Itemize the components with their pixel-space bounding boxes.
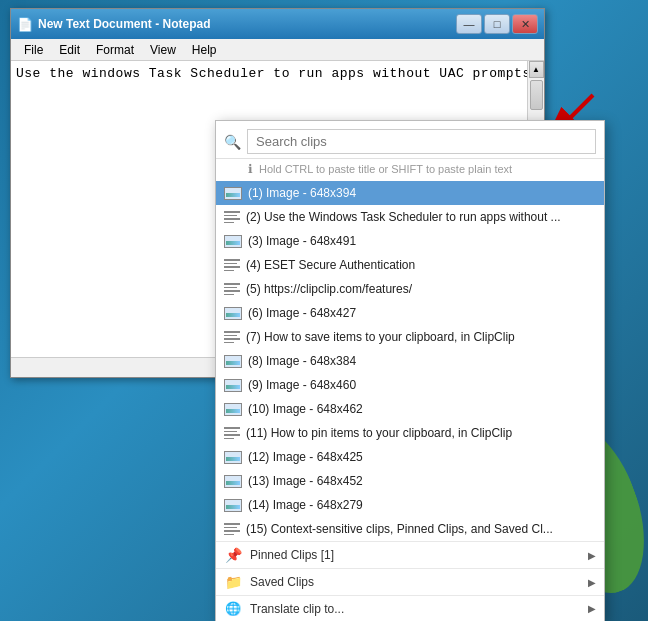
info-icon: ℹ	[248, 162, 253, 176]
text-clip-icon	[224, 427, 240, 440]
hint-text: Hold CTRL to paste title or SHIFT to pas…	[259, 163, 512, 175]
titlebar-left: 📄 New Text Document - Notepad	[17, 17, 210, 32]
clip-item-label: (1) Image - 648x394	[248, 186, 596, 200]
search-input[interactable]	[247, 129, 596, 154]
image-clip-icon	[224, 451, 242, 464]
clip-item[interactable]: (11) How to pin items to your clipboard,…	[216, 421, 604, 445]
clipboard-popup: 🔍 ℹ Hold CTRL to paste title or SHIFT to…	[215, 120, 605, 621]
image-clip-icon	[224, 307, 242, 320]
clip-item[interactable]: (3) Image - 648x491	[216, 229, 604, 253]
clip-item[interactable]: (9) Image - 648x460	[216, 373, 604, 397]
minimize-button[interactable]: —	[456, 14, 482, 34]
clip-item-label: (4) ESET Secure Authentication	[246, 258, 596, 272]
scroll-thumb[interactable]	[530, 80, 543, 110]
clips-list: (1) Image - 648x394 (2) Use the Windows …	[216, 181, 604, 541]
clip-item[interactable]: (2) Use the Windows Task Scheduler to ru…	[216, 205, 604, 229]
menu-format[interactable]: Format	[88, 41, 142, 59]
image-clip-icon	[224, 355, 242, 368]
arrow-right-icon: ▶	[588, 603, 596, 614]
clip-item[interactable]: (13) Image - 648x452	[216, 469, 604, 493]
folder-icon: 📁	[224, 574, 242, 590]
menu-edit[interactable]: Edit	[51, 41, 88, 59]
section-pinned[interactable]: 📌Pinned Clips [1]▶	[216, 541, 604, 568]
image-clip-icon	[224, 403, 242, 416]
menu-view[interactable]: View	[142, 41, 184, 59]
clip-item-label: (10) Image - 648x462	[248, 402, 596, 416]
section-label: Saved Clips	[250, 575, 314, 589]
clip-item-label: (8) Image - 648x384	[248, 354, 596, 368]
search-icon: 🔍	[224, 134, 241, 150]
clip-item[interactable]: (6) Image - 648x427	[216, 301, 604, 325]
clip-item-label: (12) Image - 648x425	[248, 450, 596, 464]
text-clip-icon	[224, 331, 240, 344]
translate-icon: 🌐	[224, 601, 242, 616]
clip-item[interactable]: (15) Context-sensitive clips, Pinned Cli…	[216, 517, 604, 541]
clip-item-label: (11) How to pin items to your clipboard,…	[246, 426, 596, 440]
notepad-titlebar: 📄 New Text Document - Notepad — □ ✕	[11, 9, 544, 39]
sections-container: 📌Pinned Clips [1]▶📁Saved Clips▶🌐Translat…	[216, 541, 604, 621]
notepad-text: Use the windows Task Scheduler to run ap…	[16, 66, 539, 81]
section-label: Translate clip to...	[250, 602, 344, 616]
search-area: 🔍	[216, 121, 604, 159]
image-clip-icon	[224, 187, 242, 200]
clip-item-label: (2) Use the Windows Task Scheduler to ru…	[246, 210, 596, 224]
arrow-right-icon: ▶	[588, 577, 596, 588]
hint-row: ℹ Hold CTRL to paste title or SHIFT to p…	[216, 159, 604, 181]
image-clip-icon	[224, 379, 242, 392]
section-label: Pinned Clips [1]	[250, 548, 334, 562]
clip-item[interactable]: (4) ESET Secure Authentication	[216, 253, 604, 277]
menu-help[interactable]: Help	[184, 41, 225, 59]
image-clip-icon	[224, 235, 242, 248]
clip-item[interactable]: (8) Image - 648x384	[216, 349, 604, 373]
section-saved[interactable]: 📁Saved Clips▶	[216, 568, 604, 595]
clip-item-label: (5) https://clipclip.com/features/	[246, 282, 596, 296]
titlebar-controls: — □ ✕	[456, 14, 538, 34]
image-clip-icon	[224, 499, 242, 512]
notepad-menubar: File Edit Format View Help	[11, 39, 544, 61]
clip-item[interactable]: (7) How to save items to your clipboard,…	[216, 325, 604, 349]
text-clip-icon	[224, 283, 240, 296]
clip-item[interactable]: (10) Image - 648x462	[216, 397, 604, 421]
image-clip-icon	[224, 475, 242, 488]
close-button[interactable]: ✕	[512, 14, 538, 34]
clip-item-label: (9) Image - 648x460	[248, 378, 596, 392]
text-clip-icon	[224, 211, 240, 224]
clip-item[interactable]: (1) Image - 648x394	[216, 181, 604, 205]
arrow-right-icon: ▶	[588, 550, 596, 561]
text-clip-icon	[224, 259, 240, 272]
scroll-up[interactable]: ▲	[529, 61, 544, 78]
clip-item-label: (3) Image - 648x491	[248, 234, 596, 248]
clip-item-label: (15) Context-sensitive clips, Pinned Cli…	[246, 522, 596, 536]
clip-item[interactable]: (12) Image - 648x425	[216, 445, 604, 469]
clip-item-label: (14) Image - 648x279	[248, 498, 596, 512]
clip-item[interactable]: (14) Image - 648x279	[216, 493, 604, 517]
clip-item-label: (7) How to save items to your clipboard,…	[246, 330, 596, 344]
clip-item[interactable]: (5) https://clipclip.com/features/	[216, 277, 604, 301]
menu-file[interactable]: File	[16, 41, 51, 59]
notepad-title: New Text Document - Notepad	[38, 17, 210, 31]
clip-item-label: (6) Image - 648x427	[248, 306, 596, 320]
clip-item-label: (13) Image - 648x452	[248, 474, 596, 488]
maximize-button[interactable]: □	[484, 14, 510, 34]
text-clip-icon	[224, 523, 240, 536]
pin-icon: 📌	[224, 547, 242, 563]
section-translate[interactable]: 🌐Translate clip to...▶	[216, 595, 604, 621]
notepad-app-icon: 📄	[17, 17, 33, 32]
